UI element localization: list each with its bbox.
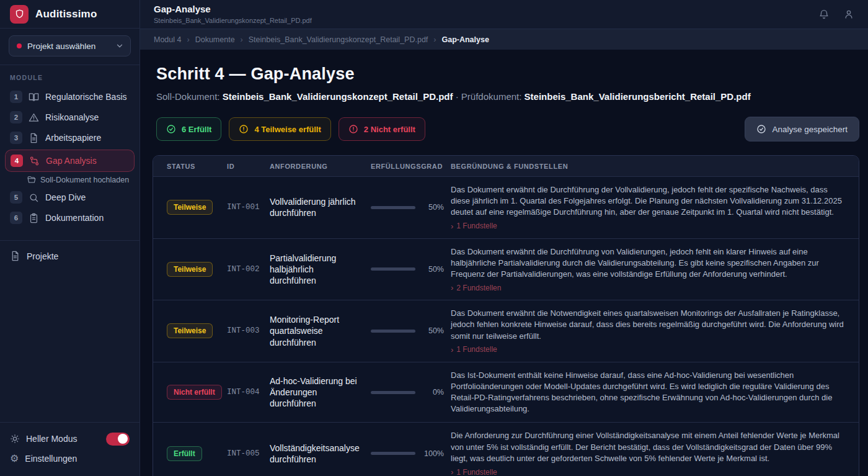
requirement-id: INT-005 xyxy=(227,449,270,458)
requirement-id: INT-003 xyxy=(227,326,270,335)
findings-link[interactable]: › 1 Fundstelle xyxy=(451,222,846,231)
breadcrumb-item-dokumente[interactable]: Dokumente xyxy=(195,35,235,44)
sidebar-footer: Heller Modus ⚙ Einstellungen xyxy=(0,422,140,476)
gear-icon: ⚙ xyxy=(10,454,19,464)
upload-link-label: Soll-Dokument hochladen xyxy=(40,176,129,184)
route-icon xyxy=(29,156,40,166)
requirement-title: Vollständigkeitsanalyse durchführen xyxy=(270,442,371,465)
findings-label: 1 Fundstelle xyxy=(456,345,497,354)
sidebar-item-label: Gap Analysis xyxy=(46,156,97,166)
sidebar-item-gap-analysis[interactable]: 4 Gap Analysis xyxy=(5,150,135,172)
search-icon xyxy=(29,192,39,203)
analysis-saved-button[interactable]: Analyse gespeichert xyxy=(745,117,859,141)
summary-row: 6 Erfüllt 4 Teilweise erfüllt 2 Nicht er… xyxy=(156,117,859,141)
main-content: Schritt 4 — Gap-Analyse Soll-Dokument: S… xyxy=(140,50,868,476)
bell-icon[interactable] xyxy=(818,9,830,20)
sidebar-item-regulatorische-basis[interactable]: 1 Regulatorische Basis xyxy=(0,88,140,106)
justification-text: Das Ist-Dokument enthält keine Hinweise … xyxy=(451,370,846,415)
module-number: 2 xyxy=(10,111,22,123)
chevron-right-icon: › xyxy=(451,283,453,292)
requirement-title: Vollvalidierung jährlich durchführen xyxy=(270,196,371,218)
justification-text: Das Dokument erwähnt die Durchführung de… xyxy=(451,184,846,218)
progress-label: 100% xyxy=(423,449,444,458)
breadcrumb-item-gap-analyse: Gap-Analyse xyxy=(441,35,489,44)
shield-logo-icon xyxy=(10,5,29,24)
fulfillment-progress: 50% xyxy=(371,203,451,212)
sidebar-item-risikoanalyse[interactable]: 2 Risikoanalyse xyxy=(0,108,140,127)
progress-track xyxy=(371,391,415,394)
warning-icon xyxy=(29,112,39,123)
sidebar-item-dokumentation[interactable]: 6 Dokumentation xyxy=(0,209,140,227)
sidebar: Auditissimo Projekt auswählen MODULE 1 R… xyxy=(0,0,140,476)
justification-text: Das Dokument erwähnt die Durchführung vo… xyxy=(451,246,846,281)
project-select[interactable]: Projekt auswählen xyxy=(9,35,131,56)
partial-summary-pill[interactable]: 4 Teilweise erfüllt xyxy=(229,117,330,141)
findings-label: 1 Fundstelle xyxy=(456,468,497,476)
topbar: Gap-Analyse Steinbeis_Bank_Validierungsk… xyxy=(140,0,868,29)
chevron-right-icon: › xyxy=(451,467,453,476)
user-icon[interactable] xyxy=(843,9,854,20)
breadcrumb-separator: › xyxy=(433,35,436,44)
folder-upload-icon xyxy=(27,176,36,184)
settings-label: Einstellungen xyxy=(25,454,77,464)
column-header-id: ID xyxy=(227,163,270,170)
column-header-anforderung: ANFORDERUNG xyxy=(270,163,371,170)
light-mode-toggle[interactable] xyxy=(106,433,130,446)
met-summary-label: 6 Erfüllt xyxy=(182,125,211,134)
check-doc-filename: Steinbeis_Bank_Validierungsbericht_Retai… xyxy=(525,91,751,102)
sidebar-item-deep-dive[interactable]: 5 Deep Dive xyxy=(0,188,140,207)
module-section-label: MODULE xyxy=(0,74,140,81)
progress-label: 50% xyxy=(423,326,444,335)
light-mode-label: Heller Modus xyxy=(26,434,77,444)
breadcrumb: Modul 4 › Dokumente › Steinbeis_Bank_Val… xyxy=(140,29,868,50)
status-badge: Teilweise xyxy=(167,323,213,338)
met-summary-pill[interactable]: 6 Erfüllt xyxy=(156,117,221,141)
findings-label: 1 Fundstelle xyxy=(456,222,497,230)
sidebar-item-soll-dokument-hochladen[interactable]: Soll-Dokument hochladen xyxy=(0,174,140,186)
column-header-begruendung: BEGRÜNDUNG & FUNDSTELLEN xyxy=(451,163,859,170)
alert-circle-icon xyxy=(348,124,358,134)
sidebar-item-einstellungen[interactable]: ⚙ Einstellungen xyxy=(10,449,130,469)
missed-summary-pill[interactable]: 2 Nicht erfüllt xyxy=(339,117,425,141)
column-header-erfuellungsgrad: ERFÜLLUNGSGRAD xyxy=(371,163,451,170)
analysis-saved-label: Analyse gespeichert xyxy=(772,125,848,134)
missed-summary-label: 2 Nicht erfüllt xyxy=(364,125,415,134)
requirement-id: INT-001 xyxy=(227,203,270,212)
fulfillment-progress: 100% xyxy=(371,449,451,458)
sidebar-item-arbeitspapiere[interactable]: 3 Arbeitspapiere xyxy=(0,128,140,147)
breadcrumb-separator: › xyxy=(241,35,243,44)
brand: Auditissimo xyxy=(0,0,140,29)
fulfillment-progress: 50% xyxy=(371,265,451,274)
progress-label: 0% xyxy=(423,388,444,397)
table-body: Teilweise INT-001 Vollvalidierung jährli… xyxy=(153,177,859,476)
sidebar-item-label: Arbeitspapiere xyxy=(45,133,101,143)
doc-separator: · xyxy=(456,91,459,102)
progress-track xyxy=(371,206,415,209)
breadcrumb-item-modul-4[interactable]: Modul 4 xyxy=(154,35,181,44)
progress-label: 50% xyxy=(423,265,444,274)
fulfillment-progress: 50% xyxy=(371,326,451,335)
requirement-id: INT-002 xyxy=(227,265,270,274)
table-row: Teilweise INT-001 Vollvalidierung jährli… xyxy=(153,177,859,239)
project-status-dot-icon xyxy=(17,43,22,48)
breadcrumb-item-dokument[interactable]: Steinbeis_Bank_Validierungskonzept_Retai… xyxy=(249,35,428,44)
justification-text: Die Anforderung zur Durchführung einer V… xyxy=(451,430,846,464)
partial-summary-label: 4 Teilweise erfüllt xyxy=(254,125,321,134)
requirement-id: INT-004 xyxy=(227,388,270,397)
findings-link[interactable]: › 1 Fundstelle xyxy=(451,467,846,476)
progress-track xyxy=(371,452,415,455)
module-number: 4 xyxy=(11,155,23,167)
findings-link[interactable]: › 2 Fundstellen xyxy=(451,283,846,292)
clipboard-icon xyxy=(29,213,39,223)
check-doc-label: Prüfdokument: xyxy=(461,91,522,102)
file-icon xyxy=(29,133,39,143)
sidebar-item-label: Deep Dive xyxy=(45,192,86,202)
sun-icon xyxy=(10,434,20,444)
status-badge: Teilweise xyxy=(167,200,213,215)
progress-track xyxy=(371,267,415,271)
requirement-title: Ad-hoc-Validierung bei Änderungen durchf… xyxy=(270,375,371,410)
chevron-right-icon: › xyxy=(451,345,453,354)
findings-label: 2 Fundstellen xyxy=(456,284,501,292)
findings-link[interactable]: › 1 Fundstelle xyxy=(451,345,846,354)
sidebar-item-projekte[interactable]: Projekte xyxy=(0,241,140,261)
